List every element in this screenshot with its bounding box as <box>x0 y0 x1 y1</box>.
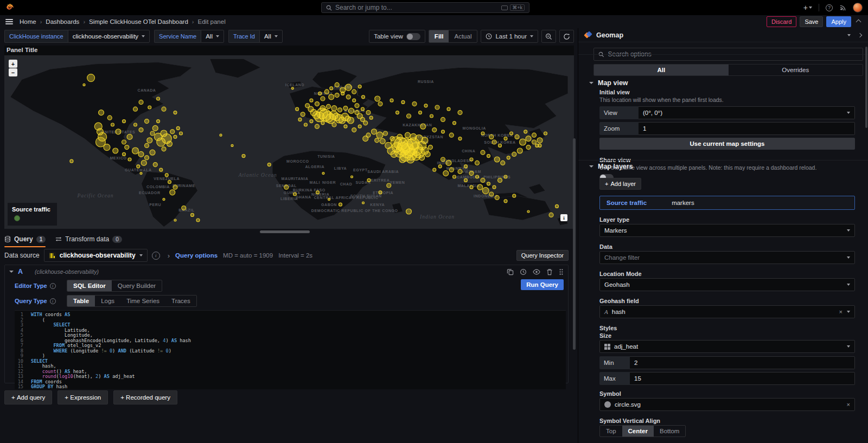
map-data-marker[interactable] <box>242 155 245 158</box>
map-data-marker[interactable] <box>335 82 339 87</box>
traces-option[interactable]: Traces <box>165 296 196 306</box>
map-data-marker[interactable] <box>376 132 383 138</box>
map-data-marker[interactable] <box>504 137 507 140</box>
duplicate-icon[interactable] <box>507 268 514 275</box>
add-query-button[interactable]: + Add query <box>4 390 52 405</box>
map-data-marker[interactable] <box>362 95 365 99</box>
map-data-marker[interactable] <box>141 160 146 165</box>
map-data-marker[interactable] <box>425 151 430 157</box>
map-data-marker[interactable] <box>453 175 456 178</box>
map-data-marker[interactable] <box>362 202 365 204</box>
map-data-marker[interactable] <box>367 178 371 182</box>
map-data-marker[interactable] <box>428 145 432 150</box>
map-data-marker[interactable] <box>291 87 293 89</box>
map-data-marker[interactable] <box>125 145 129 150</box>
valign-center-option[interactable]: Center <box>622 426 654 436</box>
map-data-marker[interactable] <box>424 104 427 107</box>
map-data-marker[interactable] <box>132 147 139 154</box>
data-select[interactable]: Change filter <box>599 251 855 264</box>
map-data-marker[interactable] <box>150 150 155 155</box>
map-data-marker[interactable] <box>347 117 354 124</box>
map-data-marker[interactable] <box>532 133 537 137</box>
min-input[interactable]: 2 <box>630 356 855 369</box>
map-data-marker[interactable] <box>167 141 173 146</box>
map-data-marker[interactable] <box>470 158 473 161</box>
map-data-marker[interactable] <box>458 111 462 115</box>
map-zoom-out-button[interactable]: − <box>9 68 17 76</box>
map-data-marker[interactable] <box>449 168 454 172</box>
map-data-marker[interactable] <box>358 85 361 88</box>
map-data-marker[interactable] <box>139 128 143 132</box>
map-data-marker[interactable] <box>375 96 380 101</box>
map-data-marker[interactable] <box>343 106 348 111</box>
service-filter-value[interactable]: All <box>201 30 224 43</box>
add-layer-button[interactable]: +Add layer <box>599 178 641 190</box>
map-data-marker[interactable] <box>328 198 330 201</box>
map-data-marker[interactable] <box>507 156 510 159</box>
sidebar-scrollbar[interactable] <box>865 47 867 128</box>
map-data-marker[interactable] <box>458 169 462 174</box>
attribution-info-icon[interactable]: i <box>560 214 567 221</box>
map-data-marker[interactable] <box>196 219 200 222</box>
map-data-marker[interactable] <box>104 144 110 151</box>
map-data-marker[interactable] <box>127 134 132 139</box>
map-data-marker[interactable] <box>361 107 364 111</box>
breadcrumb-dashboard-name[interactable]: Simple ClickHouse OTel Dashboard <box>89 18 188 25</box>
map-data-marker[interactable] <box>441 117 445 121</box>
panel-resize-handle[interactable] <box>260 230 310 233</box>
map-data-marker[interactable] <box>443 171 449 176</box>
map-data-marker[interactable] <box>433 168 436 171</box>
discard-button[interactable]: Discard <box>767 16 796 27</box>
map-zoom-in-button[interactable]: + <box>9 60 17 68</box>
map-data-marker[interactable] <box>348 108 354 113</box>
map-data-marker[interactable] <box>366 111 371 115</box>
chevron-down-icon[interactable] <box>847 34 851 36</box>
map-data-marker[interactable] <box>174 135 177 138</box>
map-data-marker[interactable] <box>489 192 494 196</box>
expression-button[interactable]: + Expression <box>58 390 108 405</box>
map-data-marker[interactable] <box>476 175 479 178</box>
visualization-picker[interactable]: Geomap <box>578 28 868 42</box>
map-data-marker[interactable] <box>315 102 319 106</box>
history-icon[interactable] <box>520 268 527 275</box>
map-data-marker[interactable] <box>406 209 412 214</box>
map-data-marker[interactable] <box>481 132 484 135</box>
map-data-marker[interactable] <box>353 99 356 102</box>
map-data-marker[interactable] <box>435 105 439 110</box>
map-data-marker[interactable] <box>383 131 387 136</box>
clear-icon[interactable]: × <box>847 401 850 408</box>
sql-editor-option[interactable]: SQL Editor <box>67 280 112 291</box>
map-data-marker[interactable] <box>137 165 140 168</box>
map-data-marker[interactable] <box>477 184 483 190</box>
map-data-marker[interactable] <box>329 94 334 100</box>
map-data-marker[interactable] <box>346 95 350 99</box>
map-data-marker[interactable] <box>526 145 531 150</box>
map-data-marker[interactable] <box>330 87 333 90</box>
view-select[interactable]: (0°, 0°) <box>639 106 855 119</box>
map-data-marker[interactable] <box>191 213 194 216</box>
map-data-marker[interactable] <box>162 147 166 151</box>
location-mode-select[interactable]: Geohash <box>599 278 855 291</box>
map-data-marker[interactable] <box>324 89 329 94</box>
map-data-marker[interactable] <box>298 118 302 121</box>
map-data-marker[interactable] <box>133 107 138 111</box>
symbol-select[interactable]: circle.svg × <box>599 398 855 411</box>
refresh-button[interactable] <box>559 30 574 43</box>
valign-top-option[interactable]: Top <box>600 426 622 436</box>
map-data-marker[interactable] <box>420 124 426 129</box>
collapse-icon[interactable] <box>856 19 861 24</box>
map-data-marker[interactable] <box>412 102 417 106</box>
map-data-marker[interactable] <box>157 120 160 123</box>
map-data-marker[interactable] <box>517 148 522 153</box>
apply-button[interactable]: Apply <box>826 16 851 27</box>
max-input[interactable]: 15 <box>630 372 855 385</box>
size-field-select[interactable]: adj_heat <box>599 340 855 353</box>
map-data-marker[interactable] <box>107 115 112 120</box>
map-data-marker[interactable] <box>358 125 361 128</box>
map-data-marker[interactable] <box>267 163 271 166</box>
map-data-marker[interactable] <box>296 107 299 111</box>
map-data-marker[interactable] <box>157 97 160 100</box>
map-data-marker[interactable] <box>176 126 180 130</box>
user-avatar[interactable] <box>853 3 863 12</box>
map-data-marker[interactable] <box>159 168 163 171</box>
